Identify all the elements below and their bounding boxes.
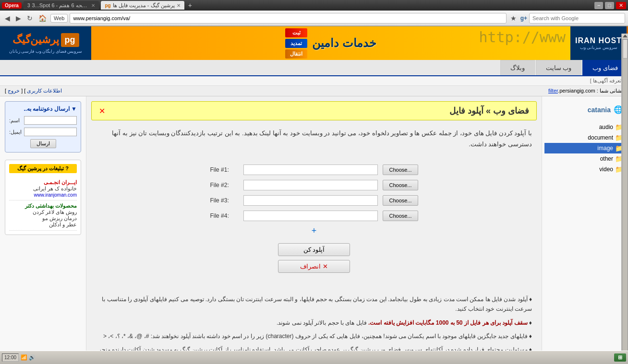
file-label-2: File #2:	[210, 182, 239, 188]
user-bar-left: اطلاعات کاربری ] [ خروج ]	[5, 88, 62, 94]
search-input[interactable]	[529, 13, 625, 23]
search-engine-icon: g+	[520, 15, 527, 22]
file-row-3: File #3: Choose...	[101, 195, 527, 206]
invite-name-input[interactable]	[24, 116, 77, 125]
send-invite-button[interactable]: ارسال	[30, 139, 56, 148]
sidebar-item-image[interactable]: 📁 image	[544, 143, 626, 153]
register-btn[interactable]: ثبت	[285, 28, 307, 37]
send-invite-title: ▼ ارسال دعوتنامه به..	[9, 106, 77, 112]
content-area: فضای وب » آپلود فایل ✕ با آپلود کردن فای…	[86, 96, 542, 364]
forward-btn[interactable]: ▶	[14, 13, 23, 23]
file-label-1: File #1:	[210, 166, 239, 173]
ad-1-link[interactable]: www.iranjoman.com	[34, 192, 77, 198]
file-input-1[interactable]	[243, 164, 378, 175]
ad-2-desc: روش های لاغر کردن درمان ریزش مو عطر و اد…	[9, 209, 77, 228]
iranhost-sub: سرویس میزبانی وب	[580, 45, 617, 50]
user-bar: نشانی شما : filter.persiangig.com اطلاعا…	[0, 86, 628, 96]
ads-panel: ? تبلیغات در پرشین گیگ ایـــران انجـمـی …	[5, 160, 81, 235]
transfer-btn[interactable]: انتقال	[285, 49, 307, 59]
file-input-3[interactable]	[243, 195, 378, 206]
address-bar-group: Web	[50, 13, 507, 23]
close-tab-spot6-icon[interactable]: ✕	[91, 3, 95, 8]
sidebar-item-audio[interactable]: 📁 audio	[544, 122, 626, 132]
sidebar-label-image: image	[597, 145, 613, 152]
title-bar: Opera 3 3...Spot 6 - صفحه 6 هفتم... ✕ pg…	[0, 0, 628, 11]
main-content: فضای وب » آپلود فایل ✕ با آپلود کردن فای…	[86, 96, 542, 364]
minimize-btn[interactable]: −	[594, 2, 603, 9]
start-button[interactable]: ⊞	[614, 353, 626, 362]
choose-btn-1[interactable]: Choose...	[383, 164, 418, 175]
reload-btn[interactable]: ↻	[25, 13, 35, 23]
file-label-4: File #4:	[210, 212, 239, 219]
site-header: IRAN HOST سرویس میزبانی وب http://www خد…	[0, 26, 628, 60]
add-tab-btn[interactable]: +	[186, 1, 194, 9]
pg-logo: pg پرشین‌گیگ	[12, 33, 79, 47]
page-title: فضای وب » آپلود فایل	[449, 106, 529, 116]
taskbar: ⊞ 🔊 📶 12:00	[0, 351, 628, 364]
close-tab-pg-icon[interactable]: ✕	[177, 3, 181, 8]
address-input[interactable]	[70, 13, 506, 23]
user-bar-right: نشانی شما : filter.persiangig.com	[548, 88, 623, 94]
sidebar-item-document[interactable]: 📁 document	[544, 132, 626, 143]
invite-email-input[interactable]	[24, 128, 77, 136]
sidebar-item-other[interactable]: 📁 other	[544, 153, 626, 164]
scroll-track	[622, 39, 628, 359]
email-label: ایمیل:	[9, 129, 22, 135]
tab-pg-files[interactable]: pg پرشین گیگ - مدیریت فایل ها ✕	[101, 1, 184, 10]
browser-chrome: Opera 3 3...Spot 6 - صفحه 6 هفتم... ✕ pg…	[0, 0, 628, 26]
tab-spot6[interactable]: 3 3...Spot 6 - صفحه 6 هفتم... ✕	[24, 1, 99, 10]
account-info-link[interactable]: اطلاعات کاربری	[27, 88, 62, 94]
note-1: ♦ آپلود شدن فایل ها ممکن است مدت زیادی ب…	[96, 294, 532, 314]
divider: ] [	[20, 88, 25, 94]
tab-spot6-label: 3...Spot 6 - صفحه 6 هفتم...	[32, 2, 89, 9]
right-panel: ▼ ارسال دعوتنامه به.. اسم: ایمیل: ارسال …	[0, 96, 86, 364]
send-invite-panel: ▼ ارسال دعوتنامه به.. اسم: ایمیل: ارسال	[5, 101, 81, 153]
user-site-link[interactable]: filter	[548, 88, 558, 94]
domain-decoration: http://www	[479, 29, 566, 46]
iranhost-banner[interactable]: IRAN HOST سرویس میزبانی وب	[570, 26, 628, 60]
sidebar-label-video: video	[599, 166, 613, 173]
domain-text: خدمات دامین	[312, 36, 376, 50]
ad-item-1: ایـــران انجـمـی خانواده ک هر ایرانی www…	[9, 177, 77, 200]
renew-btn[interactable]: تمدید	[285, 39, 307, 48]
main-nav: فضای وب وب سایت وبلاگ	[0, 60, 628, 76]
note-2: ♦ سقف آپلود برای هر فایل از 50 به 1000 م…	[96, 318, 532, 328]
page-title-bar: فضای وب » آپلود فایل ✕	[91, 101, 537, 120]
ad-2-name: محصولات بهداشتی دکتر	[9, 203, 77, 209]
file-input-2[interactable]	[243, 180, 378, 190]
home-btn[interactable]: 🏠	[36, 13, 48, 23]
sidebar-logo: 🌐 catania	[544, 101, 626, 118]
close-page-btn[interactable]: ✕	[99, 106, 105, 116]
scroll-thumb[interactable]	[623, 39, 628, 59]
sidebar-label-audio: audio	[599, 124, 613, 130]
search-bar-group: g+	[520, 13, 625, 23]
maximize-btn[interactable]: □	[605, 2, 614, 9]
tab-weblog[interactable]: وبلاگ	[500, 60, 535, 75]
opera-menu-btn[interactable]: Opera	[2, 2, 22, 9]
logout-link[interactable]: خروج	[8, 88, 20, 94]
add-more-btn[interactable]: +	[101, 226, 527, 236]
back-btn[interactable]: ◀	[3, 13, 12, 23]
ad-item-2: محصولات بهداشتی دکتر روش های لاغر کردن د…	[9, 200, 77, 231]
user-address-label: نشانی شما :	[597, 88, 623, 94]
choose-btn-4[interactable]: Choose...	[383, 211, 418, 221]
sidebar-item-video[interactable]: 📁 video	[544, 164, 626, 175]
sidebar-label-document: document	[588, 134, 613, 141]
choose-btn-2[interactable]: Choose...	[383, 180, 418, 190]
cancel-button[interactable]: ✕ انصراف	[278, 260, 350, 273]
scroll-up-btn[interactable]	[623, 35, 628, 37]
file-input-4[interactable]	[243, 211, 378, 221]
bracket: ]	[5, 88, 6, 94]
bookmark-star-btn[interactable]: ★	[508, 13, 519, 23]
sidebar-label-other: other	[600, 155, 613, 162]
close-window-btn[interactable]: ✕	[616, 2, 626, 9]
pg-logo-section: pg پرشین‌گیگ سرویس فضای رایگان وب فارسی …	[0, 26, 91, 60]
file-row-2: File #2: Choose...	[101, 180, 527, 190]
choose-btn-3[interactable]: Choose...	[383, 195, 418, 206]
ads-panel-title: ? تبلیغات در پرشین گیگ	[9, 164, 77, 173]
scrollbar[interactable]	[621, 34, 628, 364]
content-wrapper: 🌐 catania 📁 audio 📁 document 📁 image 📁 o…	[0, 96, 628, 364]
file-row-1: File #1: Choose...	[101, 164, 527, 175]
upload-button[interactable]: آپلود کن	[278, 243, 350, 256]
tab-website[interactable]: وب سایت	[536, 60, 582, 75]
